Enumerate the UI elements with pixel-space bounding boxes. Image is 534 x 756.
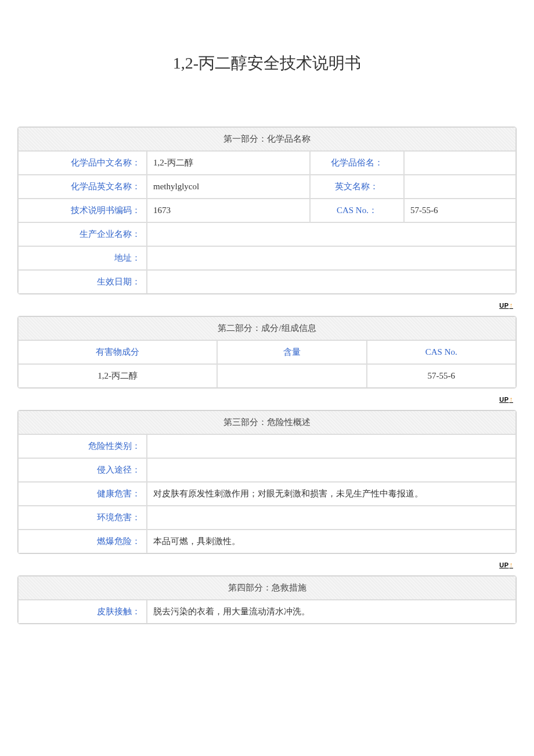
- en-name-label: 化学品英文名称：: [18, 175, 147, 199]
- section2-col2: 含量: [217, 340, 366, 364]
- manufacturer-value: [147, 222, 516, 246]
- up-label: UP: [499, 396, 508, 403]
- hazard-class-label: 危险性类别：: [18, 434, 147, 458]
- common-name-value: [404, 151, 516, 175]
- skin-value: 脱去污染的衣着，用大量流动清水冲洗。: [147, 600, 516, 624]
- address-value: [147, 246, 516, 270]
- section1-table: 第一部分：化学品名称 化学品中文名称： 1,2-丙二醇 化学品俗名： 化学品英文…: [17, 127, 517, 294]
- cn-name-label: 化学品中文名称：: [18, 151, 147, 175]
- up-link-3[interactable]: UP↑: [499, 561, 513, 568]
- section2-c1: 1,2-丙二醇: [18, 364, 217, 388]
- route-label: 侵入途径：: [18, 458, 147, 482]
- up-link-2[interactable]: UP↑: [499, 396, 513, 403]
- section2-col3: CAS No.: [367, 340, 516, 364]
- cas-value: 57-55-6: [404, 199, 516, 222]
- section2-table: 第二部分：成分/组成信息 有害物成分 含量 CAS No. 1,2-丙二醇 57…: [17, 316, 517, 388]
- cas-label: CAS No.：: [310, 199, 404, 222]
- health-label: 健康危害：: [18, 482, 147, 506]
- section1-header: 第一部分：化学品名称: [18, 127, 516, 151]
- skin-label: 皮肤接触：: [18, 600, 147, 624]
- section4-header: 第四部分：急救措施: [18, 576, 516, 600]
- hazard-class-value: [147, 434, 516, 458]
- section2-c3: 57-55-6: [367, 364, 516, 388]
- en-name-value: methylglycol: [147, 175, 310, 199]
- route-value: [147, 458, 516, 482]
- effective-label: 生效日期：: [18, 270, 147, 294]
- address-label: 地址：: [18, 246, 147, 270]
- up-link-1[interactable]: UP↑: [499, 302, 513, 309]
- manufacturer-label: 生产企业名称：: [18, 222, 147, 246]
- fire-value: 本品可燃，具刺激性。: [147, 530, 516, 553]
- section2-col1: 有害物成分: [18, 340, 217, 364]
- up-arrow-icon: ↑: [510, 395, 514, 404]
- effective-value: [147, 270, 516, 294]
- section4-table: 第四部分：急救措施 皮肤接触： 脱去污染的衣着，用大量流动清水冲洗。: [17, 575, 517, 624]
- env-label: 环境危害：: [18, 506, 147, 530]
- env-value: [147, 506, 516, 530]
- section3-table: 第三部分：危险性概述 危险性类别： 侵入途径： 健康危害： 对皮肤有原发性刺激作…: [17, 410, 517, 554]
- health-value: 对皮肤有原发性刺激作用；对眼无刺激和损害，未见生产性中毒报道。: [147, 482, 516, 506]
- section2-c2: [217, 364, 366, 388]
- en-value: [404, 175, 516, 199]
- up-label: UP: [499, 561, 508, 568]
- cn-name-value: 1,2-丙二醇: [147, 151, 310, 175]
- table-row: 1,2-丙二醇 57-55-6: [18, 364, 516, 388]
- section2-header: 第二部分：成分/组成信息: [18, 316, 516, 340]
- code-label: 技术说明书编码：: [18, 199, 147, 222]
- code-value: 1673: [147, 199, 310, 222]
- section3-header: 第三部分：危险性概述: [18, 411, 516, 434]
- document-title: 1,2-丙二醇安全技术说明书: [17, 52, 517, 74]
- en-label: 英文名称：: [310, 175, 404, 199]
- common-name-label: 化学品俗名：: [310, 151, 404, 175]
- fire-label: 燃爆危险：: [18, 530, 147, 553]
- up-label: UP: [499, 302, 508, 309]
- up-arrow-icon: ↑: [510, 301, 514, 309]
- up-arrow-icon: ↑: [510, 561, 514, 569]
